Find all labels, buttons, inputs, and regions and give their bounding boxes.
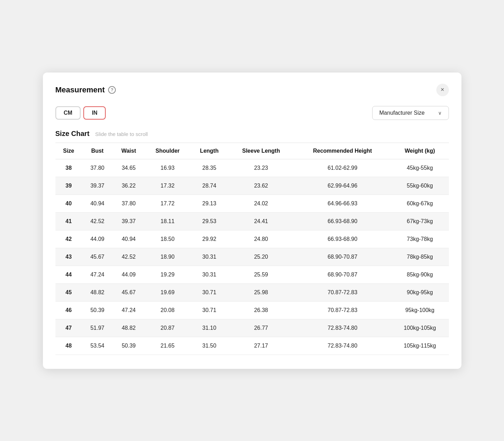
table-cell-length: 30.31: [190, 266, 228, 283]
table-row: 4751.9748.8220.8731.1026.7772.83-74.8010…: [55, 319, 449, 337]
column-header-sleeve-length: Sleeve Length: [228, 143, 294, 159]
table-cell-bust: 44.09: [82, 230, 113, 248]
title-row: Measurement ?: [55, 85, 116, 94]
table-cell-weight-kg: 67kg-73kg: [391, 212, 449, 230]
table-cell-size: 47: [55, 319, 82, 337]
table-cell-length: 31.50: [190, 337, 228, 355]
table-cell-shoulder: 20.87: [145, 319, 190, 337]
table-cell-waist: 47.24: [113, 301, 144, 319]
table-cell-recommended-height: 68.90-70.87: [294, 266, 391, 283]
section-header: Size Chart Slide the table to scroll: [55, 130, 449, 138]
table-body: 3837.8034.6516.9328.3523.2361.02-62.9945…: [55, 159, 449, 355]
table-cell-length: 28.74: [190, 177, 228, 195]
controls-row: CM IN Manufacturer Size ∨: [55, 106, 449, 120]
table-cell-recommended-height: 70.87-72.83: [294, 301, 391, 319]
table-cell-bust: 51.97: [82, 319, 113, 337]
help-icon[interactable]: ?: [108, 86, 116, 94]
table-cell-bust: 40.94: [82, 195, 113, 212]
table-cell-weight-kg: 73kg-78kg: [391, 230, 449, 248]
table-cell-recommended-height: 64.96-66.93: [294, 195, 391, 212]
table-cell-sleeve-length: 24.80: [228, 230, 294, 248]
table-row: 4447.2444.0919.2930.3125.5968.90-70.8785…: [55, 266, 449, 283]
table-cell-shoulder: 21.65: [145, 337, 190, 355]
table-cell-shoulder: 18.90: [145, 248, 190, 266]
table-cell-sleeve-length: 25.59: [228, 266, 294, 283]
chevron-down-icon: ∨: [438, 110, 442, 116]
table-cell-recommended-height: 66.93-68.90: [294, 230, 391, 248]
table-cell-size: 40: [55, 195, 82, 212]
column-header-size: Size: [55, 143, 82, 159]
table-cell-weight-kg: 105kg-115kg: [391, 337, 449, 355]
unit-toggle: CM IN: [55, 106, 106, 120]
table-cell-weight-kg: 85kg-90kg: [391, 266, 449, 283]
in-button[interactable]: IN: [83, 106, 106, 120]
table-cell-sleeve-length: 24.41: [228, 212, 294, 230]
table-cell-length: 29.13: [190, 195, 228, 212]
table-cell-sleeve-length: 27.17: [228, 337, 294, 355]
table-cell-shoulder: 17.72: [145, 195, 190, 212]
column-header-bust: Bust: [82, 143, 113, 159]
column-header-waist: Waist: [113, 143, 144, 159]
table-cell-length: 29.53: [190, 212, 228, 230]
table-cell-length: 28.35: [190, 159, 228, 177]
table-cell-recommended-height: 72.83-74.80: [294, 319, 391, 337]
table-cell-weight-kg: 78kg-85kg: [391, 248, 449, 266]
table-cell-weight-kg: 90kg-95kg: [391, 283, 449, 301]
table-cell-waist: 42.52: [113, 248, 144, 266]
table-cell-length: 30.31: [190, 248, 228, 266]
table-cell-weight-kg: 55kg-60kg: [391, 177, 449, 195]
table-cell-weight-kg: 45kg-55kg: [391, 159, 449, 177]
table-cell-length: 30.71: [190, 301, 228, 319]
table-cell-sleeve-length: 25.20: [228, 248, 294, 266]
table-cell-shoulder: 19.69: [145, 283, 190, 301]
column-header-weight-kg: Weight (kg): [391, 143, 449, 159]
modal-title: Measurement: [55, 85, 105, 94]
table-cell-sleeve-length: 26.38: [228, 301, 294, 319]
manufacturer-size-dropdown[interactable]: Manufacturer Size ∨: [372, 106, 449, 120]
table-cell-size: 46: [55, 301, 82, 319]
table-cell-shoulder: 20.08: [145, 301, 190, 319]
table-cell-sleeve-length: 24.02: [228, 195, 294, 212]
table-cell-bust: 48.82: [82, 283, 113, 301]
size-chart-table: SizeBustWaistShoulderLengthSleeve Length…: [55, 143, 449, 355]
table-cell-length: 29.92: [190, 230, 228, 248]
table-cell-bust: 37.80: [82, 159, 113, 177]
table-row: 4853.5450.3921.6531.5027.1772.83-74.8010…: [55, 337, 449, 355]
measurement-modal: Measurement ? × CM IN Manufacturer Size …: [43, 73, 461, 369]
table-row: 4345.6742.5218.9030.3125.2068.90-70.8778…: [55, 248, 449, 266]
table-row: 4040.9437.8017.7229.1324.0264.96-66.9360…: [55, 195, 449, 212]
table-cell-weight-kg: 95kg-100kg: [391, 301, 449, 319]
table-cell-recommended-height: 61.02-62.99: [294, 159, 391, 177]
table-row: 4548.8245.6719.6930.7125.9870.87-72.8390…: [55, 283, 449, 301]
table-cell-bust: 39.37: [82, 177, 113, 195]
table-cell-recommended-height: 68.90-70.87: [294, 248, 391, 266]
table-cell-recommended-height: 70.87-72.83: [294, 283, 391, 301]
table-cell-sleeve-length: 26.77: [228, 319, 294, 337]
table-cell-waist: 44.09: [113, 266, 144, 283]
modal-header: Measurement ? ×: [55, 84, 449, 96]
table-cell-shoulder: 17.32: [145, 177, 190, 195]
table-cell-recommended-height: 72.83-74.80: [294, 337, 391, 355]
close-button[interactable]: ×: [436, 84, 449, 96]
table-row: 4244.0940.9418.5029.9224.8066.93-68.9073…: [55, 230, 449, 248]
table-cell-waist: 45.67: [113, 283, 144, 301]
table-header-row: SizeBustWaistShoulderLengthSleeve Length…: [55, 143, 449, 159]
table-cell-size: 39: [55, 177, 82, 195]
table-cell-bust: 50.39: [82, 301, 113, 319]
table-row: 4650.3947.2420.0830.7126.3870.87-72.8395…: [55, 301, 449, 319]
table-row: 3939.3736.2217.3228.7423.6262.99-64.9655…: [55, 177, 449, 195]
table-cell-waist: 36.22: [113, 177, 144, 195]
table-cell-waist: 34.65: [113, 159, 144, 177]
table-cell-weight-kg: 100kg-105kg: [391, 319, 449, 337]
table-cell-waist: 50.39: [113, 337, 144, 355]
table-cell-sleeve-length: 25.98: [228, 283, 294, 301]
table-cell-bust: 47.24: [82, 266, 113, 283]
table-cell-size: 48: [55, 337, 82, 355]
column-header-recommended-height: Recommended Height: [294, 143, 391, 159]
table-cell-waist: 39.37: [113, 212, 144, 230]
table-cell-size: 45: [55, 283, 82, 301]
table-cell-weight-kg: 60kg-67kg: [391, 195, 449, 212]
cm-button[interactable]: CM: [55, 106, 81, 120]
table-cell-bust: 45.67: [82, 248, 113, 266]
size-chart-table-container[interactable]: SizeBustWaistShoulderLengthSleeve Length…: [55, 143, 449, 355]
